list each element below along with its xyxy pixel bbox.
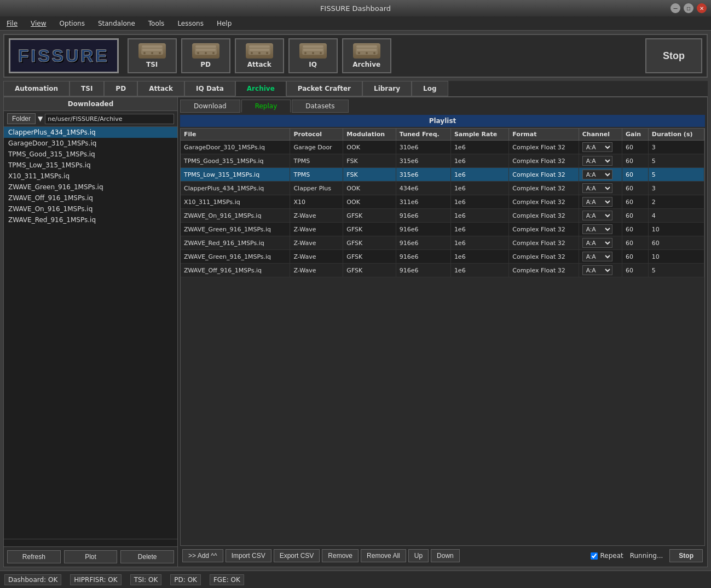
channel-select[interactable]: A:A A:B B:A B:B (582, 265, 612, 275)
fissure-logo-text: FISSURE (18, 46, 109, 66)
export-csv-button[interactable]: Export CSV (274, 549, 320, 562)
cell-channel[interactable]: A:A A:B B:A B:B (579, 250, 622, 264)
pd-hw-button[interactable]: PD (181, 38, 230, 73)
cell-format: Complex Float 32 (509, 195, 579, 209)
table-row[interactable]: ZWAVE_Green_916_1MSPs.iq Z-Wave GFSK 916… (181, 250, 704, 264)
file-item[interactable]: ZWAVE_Red_916_1MSPs.iq (4, 214, 177, 225)
sub-tab-bar: Download Replay Datasets (178, 97, 707, 113)
channel-select[interactable]: A:A A:B B:A B:B (582, 156, 612, 166)
cell-gain: 60 (622, 264, 648, 277)
close-button[interactable]: ✕ (697, 3, 707, 13)
tab-tsi[interactable]: TSI (70, 81, 104, 96)
file-item[interactable]: TPMS_Low_315_1MSPs.iq (4, 160, 177, 171)
channel-select[interactable]: A:A A:B B:A B:B (582, 252, 612, 261)
cell-channel[interactable]: A:A A:B B:A B:B (579, 236, 622, 250)
svg-rect-21 (357, 49, 377, 51)
cell-sample-rate: 1e6 (450, 195, 508, 209)
down-button[interactable]: Down (431, 549, 460, 562)
menu-file[interactable]: File (4, 19, 20, 28)
table-row[interactable]: ZWAVE_Green_916_1MSPs.iq Z-Wave GFSK 916… (181, 223, 704, 236)
channel-select[interactable]: A:A A:B B:A B:B (582, 238, 612, 248)
attack-hw-button[interactable]: Attack (235, 38, 284, 73)
file-item[interactable]: ZWAVE_Green_916_1MSPs.iq (4, 182, 177, 193)
cell-protocol: Z-Wave (290, 209, 343, 223)
table-row[interactable]: TPMS_Good_315_1MSPs.iq TPMS FSK 315e6 1e… (181, 154, 704, 168)
cell-channel[interactable]: A:A A:B B:A B:B (579, 264, 622, 277)
tab-pd[interactable]: PD (104, 81, 137, 96)
menu-view[interactable]: View (28, 19, 48, 28)
archive-hw-button[interactable]: Archive (342, 38, 391, 73)
table-row[interactable]: TPMS_Low_315_1MSPs.iq TPMS FSK 315e6 1e6… (181, 168, 704, 182)
tab-replay[interactable]: Replay (241, 100, 291, 113)
import-csv-button[interactable]: Import CSV (226, 549, 271, 562)
playlist-table-container[interactable]: File Protocol Modulation Tuned Freq. Sam… (180, 128, 705, 546)
channel-select[interactable]: A:A A:B B:A B:B (582, 211, 612, 220)
menu-help[interactable]: Help (215, 19, 234, 28)
table-row[interactable]: ZWAVE_Red_916_1MSPs.iq Z-Wave GFSK 916e6… (181, 236, 704, 250)
svg-point-7 (197, 52, 199, 54)
remove-all-button[interactable]: Remove All (361, 549, 406, 562)
playlist-footer: >> Add ^^ Import CSV Export CSV Remove R… (180, 546, 705, 564)
tab-download[interactable]: Download (180, 100, 240, 113)
channel-select[interactable]: A:A A:B B:A B:B (582, 183, 612, 193)
remove-button[interactable]: Remove (322, 549, 359, 562)
add-button[interactable]: >> Add ^^ (182, 549, 223, 562)
folder-button[interactable]: Folder (7, 113, 36, 124)
cell-channel[interactable]: A:A A:B B:A B:B (579, 182, 622, 195)
cell-channel[interactable]: A:A A:B B:A B:B (579, 168, 622, 182)
iq-hw-button[interactable]: IQ (288, 38, 338, 73)
cell-channel[interactable]: A:A A:B B:A B:B (579, 154, 622, 168)
attack-hw-label: Attack (247, 61, 271, 68)
tab-packet-crafter[interactable]: Packet Crafter (286, 81, 362, 96)
svg-point-3 (151, 52, 153, 54)
minimize-button[interactable]: ─ (670, 3, 680, 13)
table-row[interactable]: GarageDoor_310_1MSPs.iq Garage Door OOK … (181, 141, 704, 154)
file-item[interactable]: TPMS_Good_315_1MSPs.iq (4, 149, 177, 160)
stop-action-button[interactable]: Stop (669, 549, 703, 562)
file-item[interactable]: ClapperPlus_434_1MSPs.iq (4, 127, 177, 138)
plot-button[interactable]: Plot (64, 550, 118, 563)
top-stop-button[interactable]: Stop (645, 38, 702, 73)
menu-options[interactable]: Options (57, 19, 87, 28)
file-item[interactable]: ZWAVE_Off_916_1MSPs.iq (4, 193, 177, 203)
up-button[interactable]: Up (408, 549, 429, 562)
table-row[interactable]: ClapperPlus_434_1MSPs.iq Clapper Plus OO… (181, 182, 704, 195)
tab-log[interactable]: Log (412, 81, 448, 96)
file-item[interactable]: X10_311_1MSPs.iq (4, 171, 177, 182)
main-tab-bar: Automation TSI PD Attack IQ Data Archive… (3, 81, 708, 97)
cell-channel[interactable]: A:A A:B B:A B:B (579, 223, 622, 236)
tab-datasets[interactable]: Datasets (292, 100, 348, 113)
channel-select[interactable]: A:A A:B B:A B:B (582, 224, 612, 234)
delete-button[interactable]: Delete (120, 550, 174, 563)
file-item[interactable]: GarageDoor_310_1MSPs.iq (4, 138, 177, 149)
cell-channel[interactable]: A:A A:B B:A B:B (579, 141, 622, 154)
repeat-checkbox[interactable] (591, 552, 598, 560)
refresh-button[interactable]: Refresh (7, 550, 61, 563)
svg-point-17 (304, 52, 307, 54)
horizontal-scrollbar[interactable] (4, 539, 177, 546)
tab-attack[interactable]: Attack (137, 81, 184, 96)
tab-archive[interactable]: Archive (235, 81, 286, 96)
cell-channel[interactable]: A:A A:B B:A B:B (579, 195, 622, 209)
table-row[interactable]: ZWAVE_Off_916_1MSPs.iq Z-Wave GFSK 916e6… (181, 264, 704, 277)
menu-standalone[interactable]: Standalone (96, 19, 137, 28)
menu-tools[interactable]: Tools (146, 19, 167, 28)
archive-hw-label: Archive (352, 61, 380, 68)
menu-lessons[interactable]: Lessons (175, 19, 206, 28)
maximize-button[interactable]: □ (684, 3, 693, 13)
tsi-hw-button[interactable]: TSI (128, 38, 177, 73)
channel-select[interactable]: A:A A:B B:A B:B (582, 142, 612, 152)
cell-channel[interactable]: A:A A:B B:A B:B (579, 209, 622, 223)
svg-point-24 (373, 52, 375, 54)
channel-select[interactable]: A:A A:B B:A B:B (582, 197, 612, 207)
file-item[interactable]: ZWAVE_On_916_1MSPs.iq (4, 203, 177, 214)
status-bar: Dashboard: OK HIPRFISR: OK TSI: OK PD: O… (0, 570, 711, 588)
table-row[interactable]: X10_311_1MSPs.iq X10 OOK 311e6 1e6 Compl… (181, 195, 704, 209)
tab-iq-data[interactable]: IQ Data (184, 81, 235, 96)
tab-automation[interactable]: Automation (3, 81, 70, 96)
cell-file: ZWAVE_On_916_1MSPs.iq (181, 209, 290, 223)
channel-select[interactable]: A:A A:B B:A B:B (582, 170, 612, 179)
tab-library[interactable]: Library (362, 81, 412, 96)
col-sample-rate: Sample Rate (450, 129, 508, 141)
table-row[interactable]: ZWAVE_On_916_1MSPs.iq Z-Wave GFSK 916e6 … (181, 209, 704, 223)
